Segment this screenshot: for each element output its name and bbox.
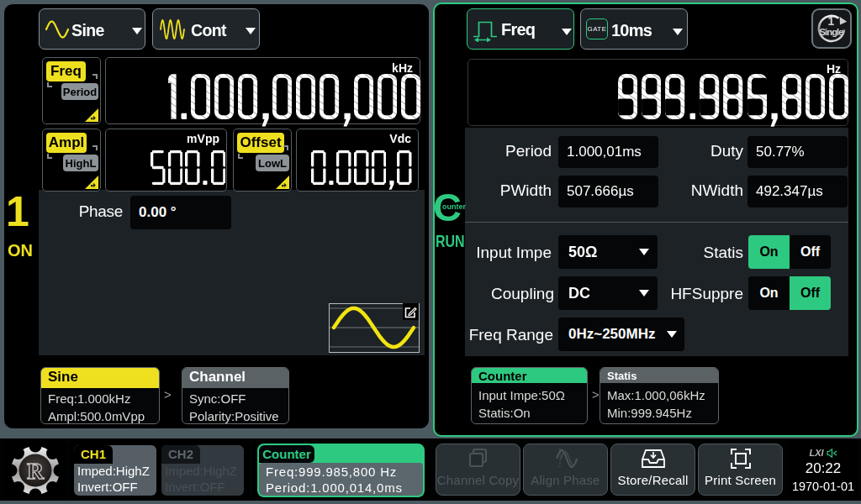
svg-text:Single: Single	[820, 27, 844, 37]
svg-text:1: 1	[828, 14, 835, 28]
svg-text:R: R	[27, 458, 45, 484]
